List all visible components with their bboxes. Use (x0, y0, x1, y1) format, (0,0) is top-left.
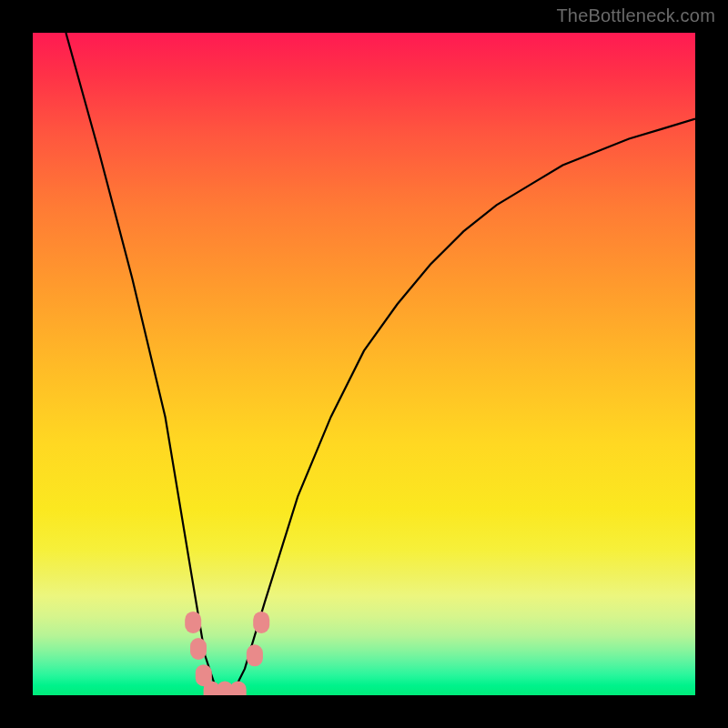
marker-right-1 (247, 644, 263, 666)
marker-left-1 (185, 612, 201, 633)
plot-area (33, 33, 695, 695)
curve-layer (66, 33, 695, 695)
bottleneck-curve (66, 33, 695, 695)
marker-bottom-3 (230, 681, 247, 695)
marker-layer (185, 612, 269, 695)
chart-svg (33, 33, 695, 695)
watermark-text: TheBottleneck.com (556, 5, 715, 26)
marker-right-2 (253, 612, 269, 633)
marker-left-2 (190, 638, 207, 660)
